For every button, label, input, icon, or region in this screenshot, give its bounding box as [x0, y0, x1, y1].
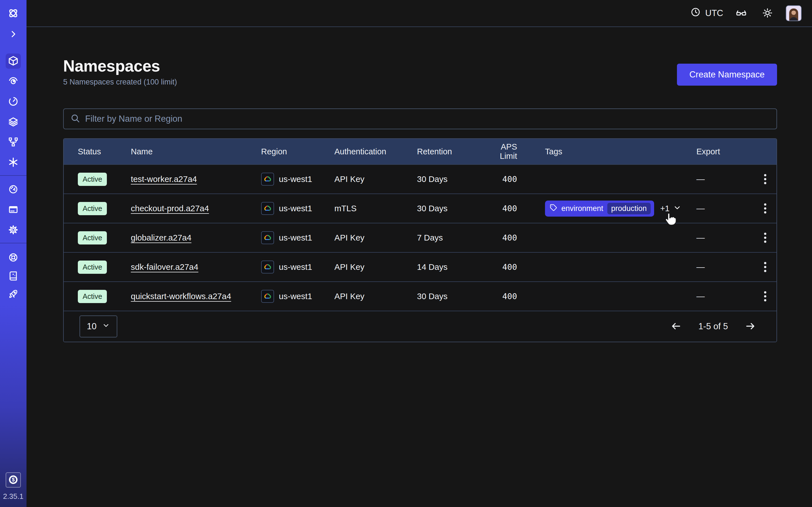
- user-avatar[interactable]: [786, 5, 802, 21]
- aps-limit: 400: [481, 262, 545, 272]
- namespaces-table: Status Name Region Authentication Retent…: [63, 138, 777, 342]
- retention-period: 30 Days: [417, 174, 481, 184]
- aps-limit: 400: [481, 291, 545, 301]
- export-status: —: [696, 233, 754, 242]
- next-page-button[interactable]: [744, 320, 757, 334]
- retention-period: 14 Days: [417, 262, 481, 272]
- arrow-right-icon: [745, 321, 756, 332]
- cube-icon: [8, 55, 18, 67]
- row-menu-button[interactable]: [761, 259, 769, 275]
- sidebar-item-batch-operations[interactable]: [6, 135, 21, 150]
- column-header-name: Name: [131, 147, 261, 156]
- tag-pill[interactable]: environment production: [545, 201, 654, 217]
- app-version: 2.35.1: [3, 492, 23, 501]
- column-header-tags: Tags: [545, 147, 696, 156]
- sidebar-item-billing[interactable]: [6, 202, 21, 217]
- theme-toggle-button[interactable]: [762, 8, 773, 19]
- chevron-right-icon: [9, 30, 18, 40]
- table-row: Active quickstart-workflows.a27a4 us-wes…: [64, 281, 776, 311]
- search-icon: [70, 114, 80, 124]
- status-badge: Active: [78, 231, 107, 244]
- aps-limit: 400: [481, 204, 545, 213]
- sidebar-item-deployments[interactable]: [6, 114, 21, 129]
- swirl-icon: [8, 76, 18, 87]
- retention-period: 30 Days: [417, 204, 481, 213]
- region-label: us-west1: [279, 204, 312, 213]
- timezone-label: UTC: [705, 8, 723, 18]
- status-badge: Active: [78, 290, 107, 303]
- tag-value: production: [607, 203, 651, 214]
- filter-bar: [63, 108, 777, 129]
- sidebar-expand-button[interactable]: [8, 29, 19, 40]
- namespace-link[interactable]: sdk-failover.a27a4: [131, 262, 198, 272]
- column-header-retention: Retention: [417, 147, 481, 156]
- sidebar-item-usage[interactable]: [6, 182, 21, 197]
- credits-button[interactable]: $: [6, 472, 21, 488]
- book-sparkle-icon: [8, 271, 18, 282]
- gcp-cloud-icon: [261, 290, 274, 303]
- sidebar-item-schedules[interactable]: [6, 94, 21, 109]
- sidebar-item-nexus[interactable]: [6, 155, 21, 170]
- create-namespace-button[interactable]: Create Namespace: [677, 64, 777, 86]
- gcp-cloud-icon: [261, 173, 274, 186]
- billing-card-icon: [8, 205, 18, 216]
- rocket-icon: [8, 289, 18, 300]
- status-badge: Active: [78, 173, 107, 186]
- timezone-selector[interactable]: UTC: [691, 7, 723, 19]
- row-menu-button[interactable]: [761, 288, 769, 304]
- sidebar-item-namespaces[interactable]: [6, 54, 21, 69]
- svg-text:$: $: [12, 477, 15, 483]
- sidebar-item-settings[interactable]: [6, 223, 21, 238]
- aps-limit: 400: [481, 233, 545, 242]
- table-row: Active globalizer.a27a4 us-west1: [64, 223, 776, 252]
- dollar-badge-icon: $: [8, 474, 18, 486]
- layers-icon: [8, 116, 18, 128]
- auth-method: API Key: [335, 233, 417, 242]
- labs-toggle-button[interactable]: [735, 7, 747, 19]
- row-menu-button[interactable]: [761, 201, 769, 216]
- gear-icon: [8, 225, 18, 236]
- sidebar: $ 2.35.1: [0, 0, 27, 507]
- column-header-region: Region: [261, 147, 335, 156]
- export-status: —: [696, 174, 754, 184]
- row-menu-button[interactable]: [761, 171, 769, 187]
- auth-method: mTLS: [335, 204, 417, 213]
- sidebar-item-getting-started[interactable]: [6, 287, 21, 302]
- tag-icon: [550, 204, 557, 214]
- main-content: Namespaces 5 Namespaces created (100 lim…: [27, 27, 812, 342]
- status-badge: Active: [78, 261, 107, 274]
- sun-icon: [762, 8, 773, 19]
- retention-period: 7 Days: [417, 233, 481, 242]
- pagination-range: 1-5 of 5: [698, 321, 728, 332]
- column-header-status: Status: [64, 147, 131, 156]
- region-label: us-west1: [279, 233, 312, 242]
- namespace-link[interactable]: test-worker.a27a4: [131, 174, 197, 184]
- retention-period: 30 Days: [417, 291, 481, 301]
- timer-clock-icon: [8, 96, 18, 108]
- search-input[interactable]: [85, 114, 770, 124]
- temporal-logo-icon: [7, 7, 20, 20]
- region-label: us-west1: [279, 174, 312, 184]
- branch-graph-icon: [8, 136, 18, 148]
- table-header: Status Name Region Authentication Retent…: [64, 139, 776, 164]
- page-size-select[interactable]: 10: [80, 316, 117, 337]
- namespace-link[interactable]: quickstart-workflows.a27a4: [131, 291, 231, 301]
- app-root: $ 2.35.1 UTC: [0, 0, 812, 507]
- namespace-link[interactable]: globalizer.a27a4: [131, 233, 192, 242]
- chevron-down-icon: [673, 203, 681, 214]
- gcp-cloud-icon: [261, 231, 274, 244]
- sidebar-item-workflows[interactable]: [6, 74, 21, 89]
- namespace-link[interactable]: checkout-prod.a27a4: [131, 204, 209, 213]
- asterisk-icon: [8, 157, 18, 168]
- page-size-value: 10: [87, 321, 96, 332]
- sidebar-item-support[interactable]: [6, 250, 21, 265]
- prev-page-button[interactable]: [670, 320, 682, 334]
- row-menu-button[interactable]: [761, 230, 769, 245]
- gcp-cloud-icon: [261, 261, 274, 274]
- sidebar-divider: [0, 175, 27, 176]
- auth-method: API Key: [335, 291, 417, 301]
- aps-limit: 400: [481, 174, 545, 184]
- sidebar-item-docs[interactable]: [6, 269, 21, 284]
- topbar: UTC: [27, 0, 812, 27]
- expand-tags-button[interactable]: +1: [660, 203, 681, 214]
